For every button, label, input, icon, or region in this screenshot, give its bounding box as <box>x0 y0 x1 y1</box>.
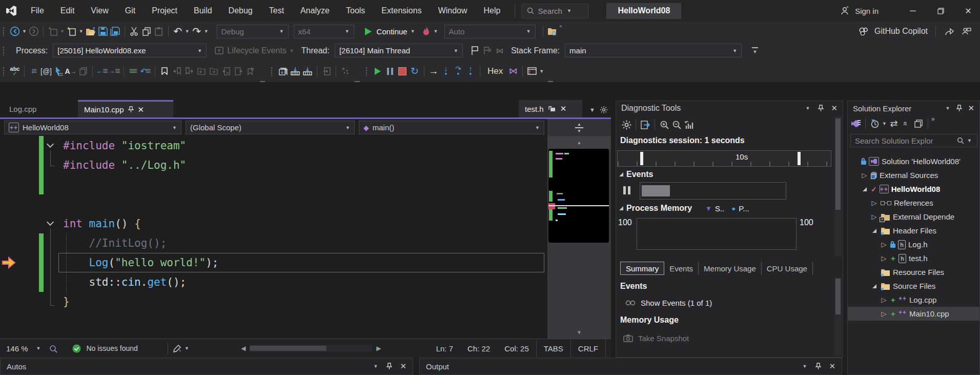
tree-item-log-h[interactable]: ▷hLog.h <box>848 238 979 251</box>
close-button[interactable]: ✕ <box>956 0 980 22</box>
suspend-threads-icon[interactable]: ⋈ <box>494 45 506 57</box>
collapsed-icon[interactable]: ▷ <box>872 213 877 221</box>
step-over-icon[interactable]: ↷● <box>452 65 464 77</box>
event-bar[interactable] <box>642 185 670 196</box>
code-cleanup-pen-icon[interactable] <box>171 342 183 354</box>
toolbar-options-icon[interactable]: ▼ <box>749 45 761 57</box>
stop-icon[interactable] <box>396 65 409 77</box>
split-editor-button[interactable]: ▲▼ <box>547 119 611 136</box>
github-copilot-button[interactable]: GitHub Copilot <box>874 27 928 36</box>
previous-bookmark-document-icon[interactable] <box>220 65 232 77</box>
step-out-icon[interactable]: ↑● <box>464 65 477 77</box>
stack-frame-dropdown[interactable]: main▼ <box>565 44 742 57</box>
process-memory-section-header[interactable]: Process Memory ▼ S.. ● P... <box>619 204 749 213</box>
events-pause-icon[interactable] <box>623 184 636 196</box>
switch-views-icon[interactable] <box>850 117 862 130</box>
continue-play-icon[interactable] <box>362 25 375 37</box>
collapsed-icon[interactable]: ▷ <box>882 310 887 318</box>
tree-item-resource-files[interactable]: ▼Resource Files <box>848 265 979 279</box>
tree-item-references[interactable]: ▷References <box>848 196 979 210</box>
save-icon[interactable] <box>97 25 109 37</box>
hex-toggle-button[interactable]: Hex <box>487 66 503 76</box>
pin-icon[interactable] <box>818 105 824 112</box>
diag-tab-summary[interactable]: Summary <box>620 262 664 275</box>
tree-item-log-cpp[interactable]: ▷+++Log.cpp <box>848 293 979 307</box>
word-wrap-icon[interactable]: [@] <box>40 65 52 77</box>
zoom-in-icon[interactable] <box>658 119 670 131</box>
collapsed-icon[interactable]: ▷ <box>872 199 877 207</box>
project-dropdown[interactable]: ++ HelloWorld08▼ <box>4 121 181 134</box>
navigate-back-icon[interactable] <box>9 25 21 37</box>
save-all-icon[interactable] <box>109 25 121 37</box>
duplicate-icon[interactable] <box>77 65 89 77</box>
eol-mode[interactable]: CRLF <box>570 339 606 358</box>
events-section-header[interactable]: Events <box>619 170 653 179</box>
scroll-down-button[interactable]: ▼ <box>547 326 611 339</box>
minimize-button[interactable]: ─ <box>901 0 925 22</box>
next-bookmark-folder-icon[interactable] <box>208 65 220 77</box>
decrease-indent-icon[interactable]: ←≡ <box>96 65 108 77</box>
code-line-9[interactable]: } <box>63 292 70 311</box>
continue-button[interactable]: Continue <box>377 27 407 36</box>
summary-scrollbar[interactable] <box>834 278 842 356</box>
tab-main10-cpp[interactable]: Main10.cpp✕ <box>78 100 173 117</box>
share-icon[interactable] <box>944 25 956 37</box>
menu-window[interactable]: Window <box>430 0 476 22</box>
issues-status[interactable]: No issues found <box>86 344 137 352</box>
tree-item-source-files[interactable]: ▼Source Files <box>848 279 979 293</box>
breakpoints-module-2-icon[interactable] <box>301 65 314 77</box>
collapsed-icon[interactable]: ▷ <box>882 241 887 248</box>
fold-collapse-icon[interactable] <box>45 218 55 228</box>
select-mode-icon[interactable] <box>52 65 65 77</box>
lifecycle-events-icon[interactable] <box>213 45 225 57</box>
editor-options-gear-icon[interactable] <box>598 104 610 116</box>
run-icon[interactable] <box>372 65 384 77</box>
code-line-1[interactable]: #include "iostream" <box>63 136 186 155</box>
breakpoints-window-icon[interactable] <box>526 65 538 77</box>
diagnostics-scrollbar[interactable] <box>834 116 842 256</box>
step-into-icon[interactable]: ↓● <box>440 65 452 77</box>
restore-button[interactable] <box>929 0 952 22</box>
tree-item-test-h[interactable]: ▷+htest.h <box>848 251 979 265</box>
preview-selected-icon[interactable] <box>912 117 925 130</box>
window-position-icon[interactable]: ▼ <box>946 106 950 111</box>
horizontal-scrollbar[interactable] <box>250 345 373 352</box>
tree-item-helloworld08[interactable]: ✓++HelloWorld08 <box>848 182 979 196</box>
tab-log-cpp[interactable]: Log.cpp <box>3 100 65 117</box>
uncomment-lines-icon[interactable]: ↶≡ <box>139 65 152 77</box>
toolbar-overflow-icon[interactable]: » <box>931 115 935 123</box>
member-dropdown[interactable]: ◆ main()▼ <box>359 121 544 134</box>
tab-preview-testh[interactable]: test.h ✕ <box>519 100 582 117</box>
open-file-icon[interactable] <box>85 25 97 37</box>
redo-icon[interactable]: ↷ <box>191 25 203 37</box>
window-position-icon[interactable]: ▼ <box>374 364 378 369</box>
scroll-up-button[interactable]: ▲ <box>547 136 611 149</box>
whitespace-toggle-icon[interactable]: ↓≡ <box>28 65 40 77</box>
breakpoints-module-icon[interactable] <box>289 65 301 77</box>
new-file-icon[interactable] <box>66 25 78 37</box>
expanded-icon[interactable] <box>872 229 876 233</box>
close-icon[interactable]: ✕ <box>831 104 838 113</box>
menu-project[interactable]: Project <box>144 0 186 22</box>
solution-search-input[interactable]: Search Solution Explor ▼ <box>850 134 977 147</box>
menu-help[interactable]: Help <box>476 0 509 22</box>
code-editor[interactable]: #include "iostream"#include "../Log.h"in… <box>0 136 547 339</box>
watch-dropdown[interactable]: Auto▼ <box>444 25 536 38</box>
sync-with-active-document-icon[interactable]: ⇄ <box>888 117 900 130</box>
take-snapshot-row[interactable]: Take Snapshot <box>623 332 689 344</box>
export-session-icon[interactable] <box>639 119 651 131</box>
export-icon[interactable] <box>320 65 333 77</box>
solution-explorer-title-bar[interactable]: Solution Explorer ▼ ✕ <box>848 101 979 115</box>
menu-edit[interactable]: Edit <box>52 0 83 22</box>
lifecycle-events-button[interactable]: Lifecycle Events <box>227 46 287 55</box>
pending-changes-filter-icon[interactable] <box>869 117 881 130</box>
menu-view[interactable]: View <box>83 0 116 22</box>
increase-indent-icon[interactable]: →≡ <box>108 65 120 77</box>
pause-icon[interactable] <box>384 65 396 77</box>
new-project-icon[interactable] <box>47 25 59 37</box>
send-feedback-icon[interactable] <box>961 25 973 37</box>
window-position-icon[interactable]: ▼ <box>803 364 807 369</box>
collapsed-icon[interactable]: ▷ <box>862 171 867 179</box>
scroll-right-icon[interactable]: ▶ <box>373 342 385 354</box>
copy-icon[interactable] <box>140 25 153 37</box>
